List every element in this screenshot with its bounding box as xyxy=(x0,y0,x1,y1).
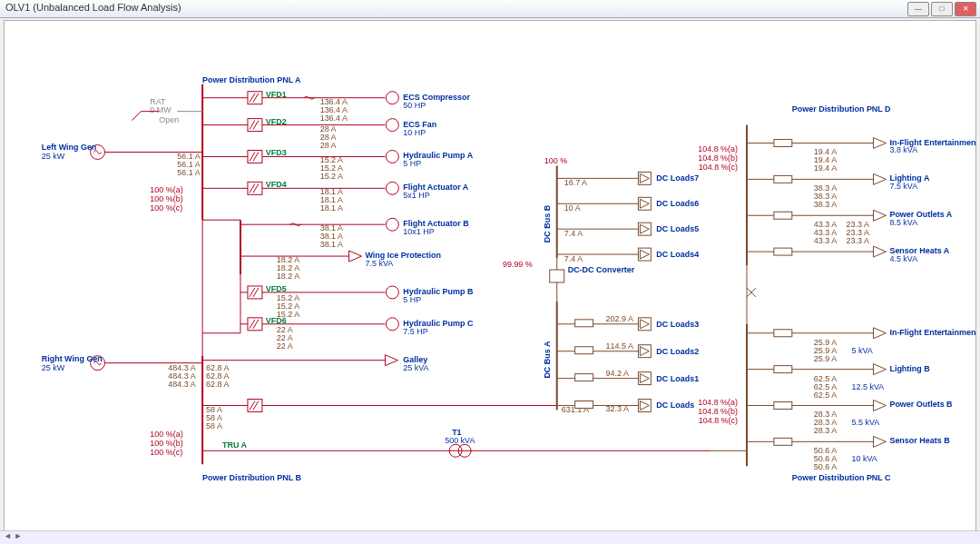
svg-text:114.5 A: 114.5 A xyxy=(606,341,633,351)
svg-text:VFD1: VFD1 xyxy=(266,90,287,99)
svg-text:10 HP: 10 HP xyxy=(403,128,426,137)
svg-text:Power Distribution PNL C: Power Distribution PNL C xyxy=(792,473,891,482)
svg-text:7.5 kVA: 7.5 kVA xyxy=(365,259,393,268)
svg-text:100 %(b): 100 %(b) xyxy=(150,439,182,448)
svg-text:4.5 kVA: 4.5 kVA xyxy=(889,254,917,263)
svg-text:Power Outlets B: Power Outlets B xyxy=(889,400,953,409)
svg-rect-125 xyxy=(575,374,593,381)
svg-text:104.8 %(c): 104.8 %(c) xyxy=(699,416,738,425)
svg-text:15.2 A: 15.2 A xyxy=(320,172,343,181)
status-bar: ◄ ► xyxy=(0,530,980,544)
svg-text:136.4 A: 136.4 A xyxy=(320,114,348,123)
branch-ife-a[interactable]: In-Flight Entertainment A 3.8 kVA 19.4 A… xyxy=(747,138,975,173)
svg-text:5 kVA: 5 kVA xyxy=(852,346,873,355)
svg-text:100 %(a): 100 %(a) xyxy=(150,430,182,439)
svg-text:DC Loads: DC Loads xyxy=(656,401,694,410)
diagram-canvas[interactable]: Power Distribution PNL A 100 %(a) 100 %(… xyxy=(4,20,976,531)
svg-text:100 %: 100 % xyxy=(544,156,567,165)
svg-text:Power Distribution PNL D: Power Distribution PNL D xyxy=(792,104,891,114)
branch-vfd3[interactable]: VFD3 15.2 A 15.2 A 15.2 A Hydraulic Pump… xyxy=(202,148,474,181)
dcdc-box[interactable] xyxy=(550,270,564,282)
svg-text:In-Flight Entertainment B: In-Flight Entertainment B xyxy=(889,328,975,337)
svg-text:3.8 kVA: 3.8 kVA xyxy=(889,145,917,154)
svg-text:22 A: 22 A xyxy=(277,341,293,351)
close-button[interactable]: ✕ xyxy=(955,2,976,16)
svg-text:VFD6: VFD6 xyxy=(266,316,287,325)
svg-text:Sensor Heats B: Sensor Heats B xyxy=(889,436,950,445)
scroll-arrows[interactable]: ◄ ► xyxy=(4,531,22,540)
dc-loads-3[interactable]: 202.9 A DC Loads3 xyxy=(557,314,699,331)
minimize-button[interactable]: — xyxy=(907,2,929,16)
svg-marker-98 xyxy=(385,355,397,366)
ecs-compressor-icon[interactable] xyxy=(386,92,398,104)
svg-marker-205 xyxy=(873,328,886,339)
svg-marker-184 xyxy=(873,210,886,221)
svg-text:DC Loads3: DC Loads3 xyxy=(656,320,699,329)
svg-text:VFD2: VFD2 xyxy=(266,117,287,126)
svg-text:18.2 A: 18.2 A xyxy=(277,272,299,281)
svg-text:58 A: 58 A xyxy=(206,421,222,430)
svg-text:10 A: 10 A xyxy=(564,203,581,213)
svg-text:100 %(c): 100 %(c) xyxy=(150,203,182,213)
svg-text:DC-DC Converter: DC-DC Converter xyxy=(568,265,635,274)
svg-text:62.8 A: 62.8 A xyxy=(206,380,229,389)
pnl-a-label: Power Distribution PNL A xyxy=(202,75,301,84)
svg-text:100 %(c): 100 %(c) xyxy=(150,448,182,457)
branch-vfd1[interactable]: VFD1 136.4 A 136.4 A 136.4 A ECS Compres… xyxy=(202,90,470,123)
svg-text:DC Loads4: DC Loads4 xyxy=(656,250,699,259)
branch-sh-a[interactable]: Sensor Heats A 4.5 kVA xyxy=(747,246,950,263)
branch-lighting-a[interactable]: Lighting A 7.5 kVA 38.3 A 38.3 A 38.3 A xyxy=(747,173,930,209)
svg-text:5.5 kVA: 5.5 kVA xyxy=(852,418,880,427)
dc-loads-5[interactable]: 7.4 A DC Loads5 xyxy=(557,223,699,238)
svg-point-93 xyxy=(386,318,398,331)
svg-text:500 kVA: 500 kVA xyxy=(445,436,475,445)
dc-loads-7[interactable]: 16.7 A DC Loads7 xyxy=(557,172,699,187)
svg-text:7.5 HP: 7.5 HP xyxy=(403,327,427,336)
svg-marker-168 xyxy=(873,138,886,149)
maximize-button[interactable]: □ xyxy=(931,2,953,16)
window-buttons: — □ ✕ xyxy=(907,2,976,16)
svg-text:5 HP: 5 HP xyxy=(403,159,421,168)
svg-text:50 HP: 50 HP xyxy=(403,101,426,110)
svg-text:12.5 kVA: 12.5 kVA xyxy=(852,382,885,391)
svg-marker-229 xyxy=(873,436,886,447)
svg-text:99.99 %: 99.99 % xyxy=(503,260,533,269)
svg-text:43.3 A: 43.3 A xyxy=(814,236,837,245)
svg-text:Left Wing Gen: Left Wing Gen xyxy=(42,143,97,152)
svg-text:25 kVA: 25 kVA xyxy=(403,363,428,372)
svg-text:10x1 HP: 10x1 HP xyxy=(403,227,434,236)
svg-rect-183 xyxy=(774,212,792,219)
branch-vfd4[interactable]: VFD4 18.1 A 18.1 A 18.1 A Flight Actuato… xyxy=(202,180,469,213)
svg-text:DC Loads5: DC Loads5 xyxy=(656,224,699,233)
svg-rect-167 xyxy=(774,140,792,147)
dc-loads-6[interactable]: 10 A DC Loads6 xyxy=(557,197,699,213)
svg-rect-212 xyxy=(774,366,792,373)
svg-text:7.4 A: 7.4 A xyxy=(564,254,583,263)
dc-loads-4[interactable]: 7.4 A DC Loads4 xyxy=(557,248,699,263)
svg-marker-213 xyxy=(873,364,886,375)
svg-rect-175 xyxy=(774,175,792,183)
branch-po-b[interactable]: Power Outlets B 28.3 A 28.3 A 28.3 A 5.5… xyxy=(747,400,953,435)
svg-text:5x1 HP: 5x1 HP xyxy=(403,191,429,200)
svg-text:484.3 A: 484.3 A xyxy=(168,380,195,389)
svg-rect-119 xyxy=(575,401,593,409)
svg-text:TRU A: TRU A xyxy=(222,440,248,450)
svg-text:16.7 A: 16.7 A xyxy=(564,178,587,187)
dc-loads-2[interactable]: 114.5 A DC Loads2 xyxy=(557,341,699,358)
branch-po-a[interactable]: Power Outlets A 8.5 kVA 43.3 A 43.3 A 43… xyxy=(747,210,953,245)
svg-text:Right Wing Gen: Right Wing Gen xyxy=(42,354,103,363)
svg-marker-195 xyxy=(873,246,886,257)
svg-text:100 %(a): 100 %(a) xyxy=(150,185,182,194)
branch-ife-b[interactable]: In-Flight Entertainment B 25.9 A 25.9 A … xyxy=(747,328,975,363)
branch-sh-b[interactable]: Sensor Heats B 50.6 A 50.6 A 50.6 A 10 k… xyxy=(747,436,950,471)
svg-text:18.1 A: 18.1 A xyxy=(320,203,343,213)
svg-text:50.6 A: 50.6 A xyxy=(814,462,837,471)
svg-text:104.8 %(a): 104.8 %(a) xyxy=(698,144,738,153)
svg-text:Power Distribution PNL B: Power Distribution PNL B xyxy=(202,473,301,482)
branch-lighting-b[interactable]: Lighting B 62.5 A 62.5 A 62.5 A 12.5 kVA xyxy=(747,364,930,400)
svg-text:DC Bus B: DC Bus B xyxy=(543,204,552,242)
branch-vfd6[interactable]: VFD6 22 A 22 A 22 A Hydraulic Pump C 7.5… xyxy=(240,316,474,351)
dc-loads-1[interactable]: 94.2 A DC Loads1 xyxy=(557,369,699,385)
svg-text:94.2 A: 94.2 A xyxy=(606,369,629,378)
svg-text:7.5 kVA: 7.5 kVA xyxy=(889,182,917,191)
